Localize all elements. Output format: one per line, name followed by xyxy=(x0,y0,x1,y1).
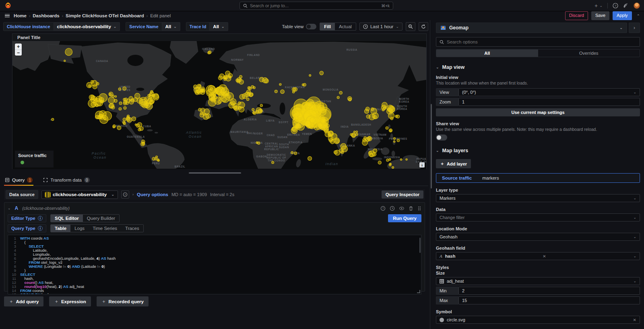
map-marker[interactable] xyxy=(118,88,121,90)
map-marker[interactable] xyxy=(239,80,244,85)
map-marker[interactable] xyxy=(194,85,198,89)
zoom-out-time-button[interactable] xyxy=(406,22,415,31)
query-type-logs[interactable]: Logs xyxy=(70,225,89,232)
query-history-icon[interactable] xyxy=(390,206,395,211)
refresh-button[interactable] xyxy=(419,22,428,31)
map-marker[interactable] xyxy=(239,75,242,78)
breadcrumb-item-simple-clickhouse-otel-dashboard[interactable]: Simple ClickHouse OTel Dashboard xyxy=(66,13,144,18)
panel-header[interactable]: Panel Title xyxy=(12,34,426,41)
map-marker[interactable] xyxy=(219,74,224,79)
data-filter-select[interactable]: Change filter⌄ xyxy=(436,213,640,221)
map-marker[interactable] xyxy=(305,120,311,127)
recorded-query-button[interactable]: ＋Recorded query xyxy=(97,296,149,306)
map-marker[interactable] xyxy=(251,85,254,88)
add-menu-button[interactable]: ＋ ⌄ xyxy=(593,2,603,9)
map-marker[interactable] xyxy=(369,151,372,154)
map-marker[interactable] xyxy=(113,126,115,128)
map-marker[interactable] xyxy=(99,114,103,118)
collapse-header-icon[interactable]: ⌃ xyxy=(637,14,640,18)
breadcrumb-item-home[interactable]: Home xyxy=(14,13,27,18)
map-marker[interactable] xyxy=(260,104,262,107)
map-marker[interactable] xyxy=(373,115,376,118)
map-marker[interactable] xyxy=(219,85,227,93)
map-marker[interactable] xyxy=(295,124,301,129)
geomap-canvas[interactable]: CANADAUNITEDSTATESMEXICOCUBAGUATEMALAPER… xyxy=(12,41,426,169)
map-marker[interactable] xyxy=(279,83,281,85)
map-marker[interactable] xyxy=(371,108,377,114)
map-marker[interactable] xyxy=(123,118,126,121)
map-zoom-out-button[interactable]: − xyxy=(15,50,22,56)
pane-splitter[interactable] xyxy=(0,171,430,175)
map-marker[interactable] xyxy=(400,159,402,161)
map-marker[interactable] xyxy=(341,151,344,153)
map-marker[interactable] xyxy=(318,122,322,127)
map-marker[interactable] xyxy=(134,93,140,99)
map-marker[interactable] xyxy=(264,79,268,83)
map-marker[interactable] xyxy=(392,166,394,168)
editor-type-sql-editor[interactable]: SQL Editor xyxy=(51,215,83,222)
map-marker[interactable] xyxy=(91,81,94,83)
map-marker[interactable] xyxy=(334,151,337,154)
map-marker[interactable] xyxy=(293,87,297,91)
map-marker[interactable] xyxy=(272,161,274,163)
map-marker[interactable] xyxy=(372,152,376,156)
map-marker[interactable] xyxy=(303,83,306,86)
hide-response-icon[interactable] xyxy=(399,206,405,211)
visualization-picker[interactable]: Geomap ⌄ xyxy=(436,23,627,33)
map-marker[interactable] xyxy=(317,103,327,113)
editor-resize-handle[interactable] xyxy=(417,290,420,293)
max-input[interactable]: 15 xyxy=(458,296,640,304)
add-query-button[interactable]: ＋Add query xyxy=(4,296,43,306)
map-marker[interactable] xyxy=(388,113,394,119)
map-marker[interactable] xyxy=(93,85,97,89)
map-marker[interactable] xyxy=(123,121,125,124)
map-marker[interactable] xyxy=(256,110,259,114)
map-marker[interactable] xyxy=(337,96,339,99)
map-marker[interactable] xyxy=(103,117,106,120)
map-marker[interactable] xyxy=(135,124,136,125)
map-marker[interactable] xyxy=(213,94,215,97)
map-marker[interactable] xyxy=(252,108,254,111)
map-marker[interactable] xyxy=(224,78,227,81)
min-input[interactable]: 2 xyxy=(458,287,640,295)
map-marker[interactable] xyxy=(321,118,326,123)
grafana-logo-icon[interactable] xyxy=(4,2,12,10)
map-marker[interactable] xyxy=(354,131,355,132)
editor-scrollbar[interactable] xyxy=(419,238,421,253)
map-marker[interactable] xyxy=(127,117,132,122)
drag-handle-icon[interactable] xyxy=(417,206,421,211)
map-marker[interactable] xyxy=(203,113,206,115)
map-marker[interactable] xyxy=(152,157,155,160)
query-inspector-button[interactable]: Query Inspector xyxy=(382,190,423,199)
map-marker[interactable] xyxy=(309,74,311,77)
menu-toggle-icon[interactable] xyxy=(4,13,10,19)
collapse-pane-button[interactable]: › xyxy=(629,23,640,33)
map-marker[interactable] xyxy=(339,91,343,95)
tab-query[interactable]: Query1 xyxy=(4,176,33,185)
options-search[interactable] xyxy=(436,37,640,47)
clear-icon[interactable]: ✕ xyxy=(543,254,546,259)
variable-value-dropdown[interactable]: clickhouse-observability⌄ xyxy=(54,22,120,31)
view-select[interactable]: (0°, 0°)⌄ xyxy=(458,88,640,96)
map-marker[interactable] xyxy=(127,115,129,117)
map-marker[interactable] xyxy=(123,98,126,101)
map-marker[interactable] xyxy=(115,95,116,97)
map-marker[interactable] xyxy=(238,102,241,105)
news-icon[interactable] xyxy=(623,3,629,8)
map-marker[interactable] xyxy=(387,105,393,111)
map-marker[interactable] xyxy=(208,52,210,54)
map-marker[interactable] xyxy=(117,126,121,130)
map-marker[interactable] xyxy=(229,76,231,78)
apply-button[interactable]: Apply xyxy=(613,11,632,20)
map-marker[interactable] xyxy=(119,108,122,110)
help-icon[interactable]: ? xyxy=(613,3,618,8)
map-marker[interactable] xyxy=(257,142,260,145)
section-map-layers[interactable]: ⌄Map layers xyxy=(436,148,640,153)
map-marker[interactable] xyxy=(328,136,333,141)
breadcrumb-item-dashboards[interactable]: Dashboards xyxy=(33,13,59,18)
map-marker[interactable] xyxy=(382,102,388,108)
map-marker[interactable] xyxy=(320,71,324,75)
map-marker[interactable] xyxy=(108,97,115,103)
save-button[interactable]: Save xyxy=(591,11,609,20)
discard-button[interactable]: Discard xyxy=(565,11,588,20)
